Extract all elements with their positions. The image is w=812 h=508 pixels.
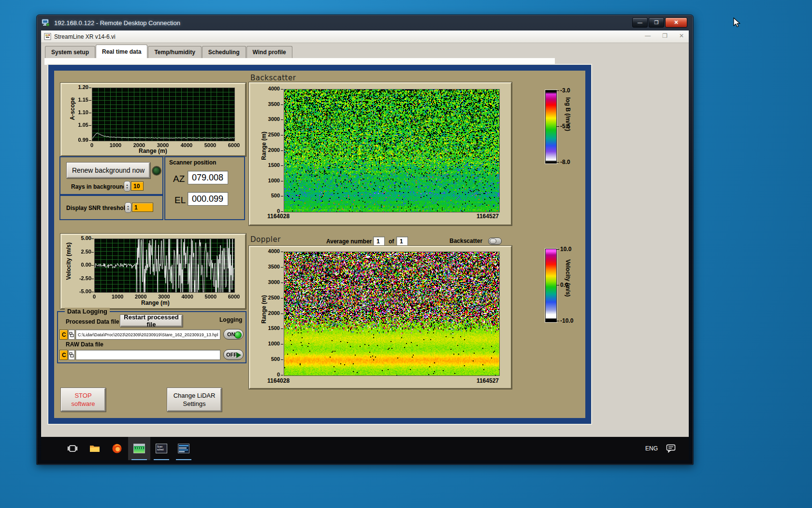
rdp-titlebar[interactable]: 192.168.0.122 - Remote Desktop Connectio… — [37, 15, 693, 30]
spinner-down-icon[interactable]: ▼ — [127, 208, 130, 210]
raw-drive-selector[interactable]: C — [59, 350, 68, 360]
app-titlebar[interactable]: StreamLine XR v14-6.vi — ❐ ✕ — [41, 30, 689, 43]
snr-spinner[interactable]: ▲▼ — [125, 202, 131, 213]
x-tick-label: 5000 — [201, 142, 220, 148]
firefox-icon — [112, 443, 122, 454]
spinner-down-icon[interactable]: ▼ — [126, 186, 129, 189]
app-close-button[interactable]: ✕ — [679, 32, 684, 39]
x-tick-label: 1000 — [106, 142, 125, 148]
folder-browse-icon — [69, 352, 74, 358]
tab-temp-humidity[interactable]: Temp/humidity — [148, 46, 201, 58]
snr-value-field[interactable]: 1 — [132, 203, 153, 212]
stop-line1: STOP — [74, 391, 91, 400]
y-tick-label: 3000 — [262, 116, 280, 122]
y-tick-mark — [281, 314, 283, 314]
change-line1: Change LiDAR — [174, 391, 216, 400]
doppler-section-title: Doppler — [250, 235, 281, 244]
file-explorer-icon — [89, 444, 101, 453]
x-tick-label: 5000 — [201, 294, 220, 299]
rdp-close-button[interactable]: ✕ — [665, 17, 687, 28]
on-label: ON — [227, 331, 235, 337]
colorbar-tick-mark — [557, 126, 559, 127]
velocity-x-axis-label: Range (m) — [141, 299, 170, 306]
taskbar-button-streamline-app[interactable] — [128, 437, 150, 460]
stop-software-button[interactable]: STOP software — [60, 388, 106, 412]
colorbar-tick-label: -10.0 — [560, 317, 573, 324]
y-tick-mark — [281, 283, 283, 283]
y-tick-label: 1.10 — [71, 109, 88, 115]
rdp-maximize-button[interactable]: ❐ — [649, 17, 664, 28]
y-tick-mark — [89, 88, 91, 88]
y-tick-label: 3500 — [262, 264, 280, 269]
raw-browse-button[interactable] — [68, 350, 75, 360]
processed-drive-selector[interactable]: C — [59, 329, 68, 340]
taskbar-button-schedule-viewer[interactable] — [173, 437, 195, 460]
processed-logging-toggle-on[interactable]: ON — [223, 329, 244, 340]
taskbar-button-file-explorer[interactable] — [84, 437, 106, 460]
x-tick-label: 4000 — [177, 142, 196, 148]
y-tick-mark — [281, 120, 283, 120]
y-tick-mark — [91, 252, 94, 253]
change-lidar-settings-button[interactable]: Change LiDAR Settings — [167, 388, 222, 412]
average-number-field[interactable]: 1 — [373, 237, 385, 246]
backscatter-plot-panel: Range (m) 1164028 1164527 40003500300025… — [249, 82, 512, 225]
tab-real-time-data[interactable]: Real time data — [96, 45, 147, 58]
rdp-minimize-button[interactable]: — — [632, 17, 648, 28]
y-tick-label: -2.50 — [70, 275, 91, 281]
remote-session-area: StreamLine XR v14-6.vi — ❐ ✕ System setu… — [41, 30, 689, 460]
y-tick-label: 2.50 — [70, 249, 91, 254]
rays-spinner[interactable]: ▲▼ — [124, 181, 130, 192]
running-indicator — [154, 459, 169, 460]
raw-logging-toggle-off[interactable]: OFF — [223, 349, 244, 360]
running-indicator — [131, 459, 147, 460]
y-tick-label: 500 — [262, 356, 280, 362]
rdp-window-title: 192.168.0.122 - Remote Desktop Connectio… — [54, 19, 180, 27]
tab-scheduling[interactable]: Scheduling — [202, 46, 246, 58]
x-tick-label: 0 — [82, 142, 102, 148]
el-value-field[interactable]: 000.099 — [188, 192, 228, 206]
doppler-heatmap — [284, 252, 500, 376]
scan-scheduler-icon: Scansched — [156, 444, 167, 453]
average-number-label: Average number — [326, 238, 372, 245]
feedback-chat-button[interactable] — [661, 437, 681, 460]
y-tick-mark — [281, 375, 283, 375]
rays-value-field[interactable]: 10 — [131, 181, 144, 191]
y-tick-mark — [281, 135, 283, 135]
y-tick-mark — [281, 211, 283, 212]
restart-processed-file-button[interactable]: Restart processed file — [120, 314, 183, 327]
backscatter-display-toggle[interactable] — [488, 238, 502, 245]
language-indicator[interactable]: ENG — [642, 437, 661, 460]
mouse-cursor — [733, 17, 743, 28]
taskbar-button-firefox[interactable] — [106, 437, 128, 460]
y-tick-label: 1.15 — [71, 97, 88, 103]
raw-data-file-path[interactable] — [75, 350, 220, 360]
running-indicator — [176, 459, 191, 460]
y-tick-label: 1.20 — [71, 84, 88, 90]
taskbar-button-task-view[interactable] — [61, 437, 84, 460]
stop-line2: software — [71, 400, 95, 408]
y-tick-label: 3000 — [262, 279, 280, 285]
y-tick-mark — [281, 344, 283, 344]
folder-browse-icon — [69, 332, 74, 337]
processed-browse-button[interactable] — [68, 329, 75, 340]
ascope-trace-canvas — [92, 88, 234, 141]
backscatter-toggle-label: Backscatter — [450, 238, 482, 244]
renew-background-button[interactable]: Renew background now — [66, 162, 150, 179]
taskbar-button-scan-scheduler[interactable]: Scansched — [150, 437, 173, 460]
toggle-off-arrow-icon — [236, 352, 241, 358]
tab-system-setup[interactable]: System setup — [45, 46, 95, 58]
app-minimize-button[interactable]: — — [645, 32, 651, 39]
processed-data-file-path[interactable]: C:\Lidar\Data\Proc\2023\202309\20230919\… — [75, 329, 220, 340]
y-tick-label: 2000 — [262, 147, 280, 153]
labview-vi-icon — [44, 33, 51, 40]
y-tick-mark — [89, 140, 91, 141]
backscatter-time-end: 1164527 — [460, 213, 499, 220]
background-controls-box: Renew background now Rays in background … — [59, 156, 163, 195]
tab-wind-profile[interactable]: Wind profile — [246, 46, 292, 58]
az-value-field[interactable]: 079.008 — [188, 171, 228, 184]
app-restore-button[interactable]: ❐ — [662, 32, 667, 39]
average-total-field[interactable]: 1 — [396, 237, 408, 246]
x-tick-label: 6000 — [224, 294, 244, 299]
y-tick-label: 3500 — [262, 101, 280, 107]
y-tick-label: 2000 — [262, 310, 280, 316]
